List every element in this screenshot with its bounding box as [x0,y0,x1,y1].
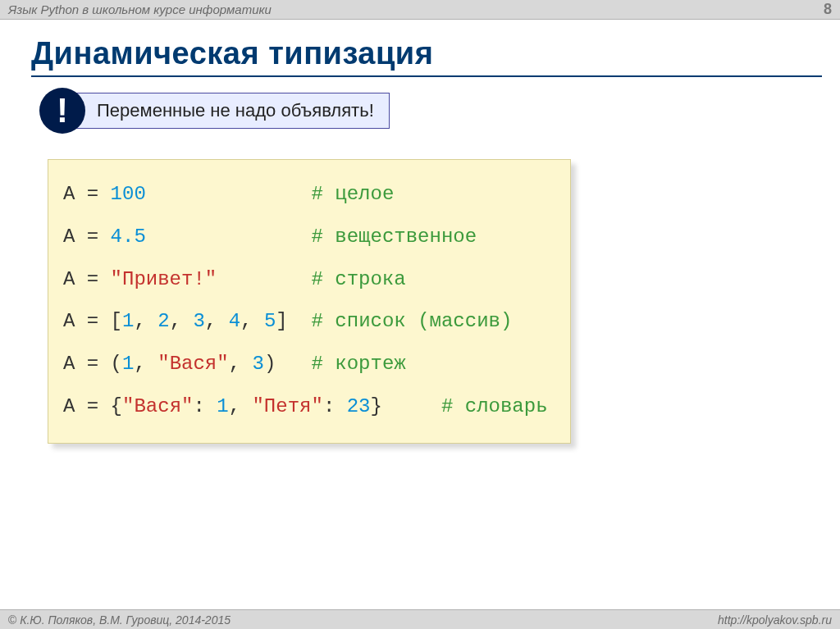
code-line: A = "Привет!" # строка [63,268,406,290]
title-rule [31,75,822,77]
slide: Язык Python в школьном курсе информатики… [0,0,840,629]
code-line: A = [1, 2, 3, 4, 5] # список (массив) [63,310,512,332]
code-line: A = 100 # целое [63,183,394,205]
slide-title: Динамическая типизация [31,36,433,71]
top-bar: Язык Python в школьном курсе информатики… [0,0,840,20]
footer-url: http://kpolyakov.spb.ru [718,613,832,627]
code-line: A = 4.5 # вещественное [63,226,477,248]
exclaim-icon: ! [39,88,85,134]
footer: К.Ю. Поляков, В.М. Гуровиц, 2014-2015 ht… [0,609,840,629]
code-line: A = (1, "Вася", 3) # кортеж [63,353,406,375]
course-title: Язык Python в школьном курсе информатики [8,2,272,16]
footer-authors: К.Ю. Поляков, В.М. Гуровиц, 2014-2015 [8,613,231,627]
callout-text: Переменные не надо объявлять! [69,93,390,129]
code-block: A = 100 # целое A = 4.5 # вещественное A… [48,159,571,444]
page-number: 8 [824,1,832,18]
code-line: A = {"Вася": 1, "Петя": 23} # словарь [63,395,548,417]
callout: ! Переменные не надо объявлять! [39,89,409,135]
